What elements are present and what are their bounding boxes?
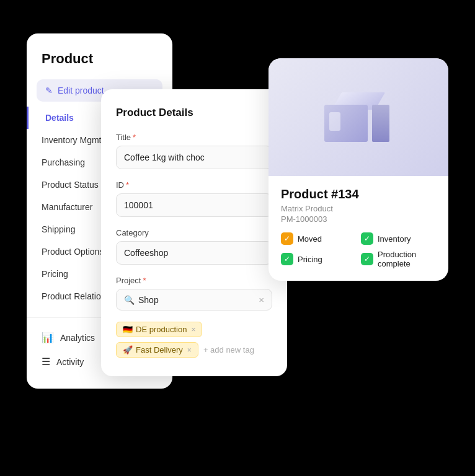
pricing-check-icon: ✓ [281,253,293,265]
tag-fast-delivery: 🚀 Fast Delivery × [116,342,198,358]
analytics-icon: 📊 [42,332,54,343]
tag-de-emoji: 🇩🇪 [123,325,133,334]
form-panel-title: Product Details [116,107,272,119]
badge-moved-label: Moved [298,234,322,244]
project-search-wrapper: 🔍 × [116,289,272,311]
edit-product-label: Edit product [58,86,104,95]
moved-check-icon: ✓ [281,232,293,245]
badge-production-label: Production complete [378,250,436,268]
inventory-check-icon: ✓ [361,232,373,245]
product-image [269,58,448,176]
box-side-face [372,105,389,142]
id-required: * [126,180,129,190]
id-field: ID * [116,180,272,217]
product-card-body: Product #134 Matrix Product PM-1000003 ✓… [269,176,448,281]
clear-icon[interactable]: × [259,294,264,305]
box-front-face [324,105,368,142]
product-type: Matrix Product [281,204,436,213]
project-label: Project [116,276,141,285]
project-field: Project * 🔍 × [116,276,272,311]
badge-production-complete: ✓ Production complete [361,250,436,268]
title-input[interactable] [116,146,272,169]
tags-row: 🇩🇪 DE production × 🚀 Fast Delivery × + a… [116,322,272,358]
scene: Product ✎ Edit product ⌄ Details Invento… [27,33,448,443]
badge-pricing: ✓ Pricing [281,250,356,268]
add-tag-button[interactable]: + add new tag [203,345,254,355]
project-required: * [143,276,146,285]
title-field: Title * [116,133,272,169]
tag-de-production: 🇩🇪 DE production × [116,322,202,337]
product-sku: PM-1000003 [281,214,436,224]
box-highlight [329,112,340,131]
tag-de-label: DE production [136,325,187,334]
id-label: ID [116,180,124,190]
tag-fast-emoji: 🚀 [123,345,133,355]
production-check-icon: ✓ [361,253,373,265]
analytics-label: Analytics [60,333,95,343]
badge-moved: ✓ Moved [281,232,356,245]
form-panel: Product Details Title * ID * Category Pr… [101,89,287,376]
category-label: Category [116,228,149,237]
title-label: Title [116,133,131,142]
edit-icon: ✎ [45,86,53,95]
badge-pricing-label: Pricing [298,255,322,264]
badge-inventory-label: Inventory [378,234,411,244]
search-icon: 🔍 [124,295,135,305]
tag-de-close[interactable]: × [191,325,195,334]
badge-inventory: ✓ Inventory [361,232,436,245]
category-field: Category [116,228,272,265]
tag-fast-label: Fast Delivery [136,345,183,355]
project-input[interactable] [138,295,259,305]
tag-fast-close[interactable]: × [187,346,192,355]
id-input[interactable] [116,193,272,217]
product-badges: ✓ Moved ✓ Inventory ✓ Pricing ✓ Producti… [281,232,436,268]
title-required: * [133,133,136,142]
activity-icon: ☰ [42,356,50,368]
product-card: Product #134 Matrix Product PM-1000003 ✓… [269,58,448,281]
category-input[interactable] [116,241,272,265]
product-3d-box [324,92,393,142]
product-number: Product #134 [281,187,436,201]
activity-label: Activity [56,357,84,367]
sidebar-title: Product [27,51,172,79]
